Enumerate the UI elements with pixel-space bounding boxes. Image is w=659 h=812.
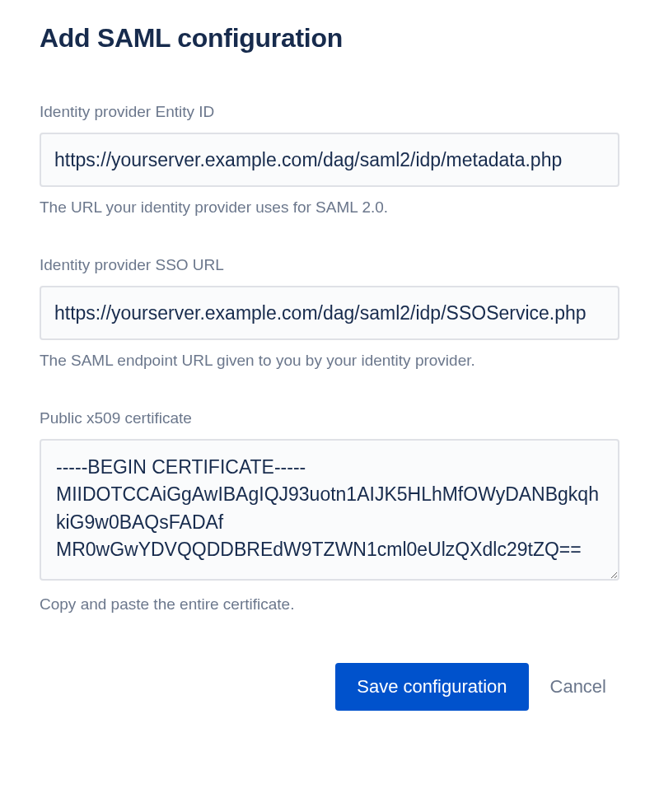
certificate-group: Public x509 certificate Copy and paste t… xyxy=(40,409,619,614)
button-row: Save configuration Cancel xyxy=(40,663,619,711)
entity-id-input[interactable] xyxy=(40,133,619,187)
certificate-label: Public x509 certificate xyxy=(40,409,619,427)
cancel-button[interactable]: Cancel xyxy=(545,676,611,698)
sso-url-group: Identity provider SSO URL The SAML endpo… xyxy=(40,256,619,370)
entity-id-group: Identity provider Entity ID The URL your… xyxy=(40,103,619,217)
sso-url-help: The SAML endpoint URL given to you by yo… xyxy=(40,352,619,370)
entity-id-help: The URL your identity provider uses for … xyxy=(40,198,619,217)
certificate-help: Copy and paste the entire certificate. xyxy=(40,595,619,614)
certificate-textarea[interactable] xyxy=(40,439,619,581)
entity-id-label: Identity provider Entity ID xyxy=(40,103,619,121)
sso-url-label: Identity provider SSO URL xyxy=(40,256,619,274)
sso-url-input[interactable] xyxy=(40,286,619,340)
page-title: Add SAML configuration xyxy=(40,23,619,54)
save-button[interactable]: Save configuration xyxy=(335,663,528,711)
